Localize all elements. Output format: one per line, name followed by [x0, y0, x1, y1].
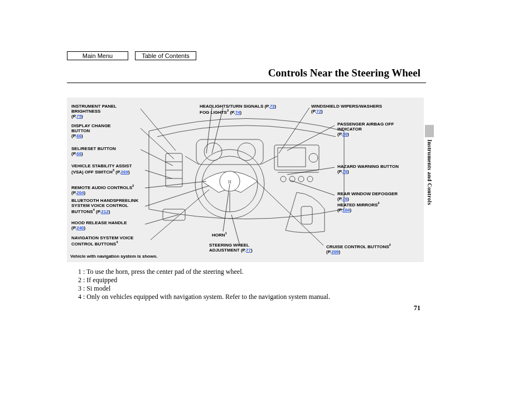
page-link[interactable]: 104 — [342, 207, 350, 213]
callout-instrument-panel-brightness: INSTRUMENT PANELBRIGHTNESS (P.75) — [71, 104, 117, 119]
callout-hood-release: HOOD RELEASE HANDLE (P.240) — [71, 220, 127, 230]
page-link[interactable]: 77 — [246, 248, 251, 253]
callout-sel-reset: SEL/RESET BUTTON (P.66) — [71, 146, 116, 156]
svg-line-25 — [141, 149, 173, 166]
page-link[interactable]: 76 — [342, 169, 347, 174]
footnote-4: 4 : Only on vehicles equipped with navig… — [78, 293, 330, 301]
callout-nav-voice: NAVIGATION SYSTEM VOICECONTROL BUTTONS4 — [71, 235, 133, 247]
svg-line-33 — [223, 184, 230, 231]
label: HEADLIGHTS/TURN SIGNALS — [200, 104, 263, 109]
svg-line-35 — [279, 108, 309, 153]
section-label: Instruments and Controls — [427, 139, 433, 205]
label: HAZARD WARNING BUTTON — [337, 164, 399, 169]
label: SEL/RESET BUTTON — [71, 146, 116, 151]
page-link[interactable]: 72 — [316, 109, 321, 114]
footnotes: 1 : To use the horn, press the center pa… — [78, 268, 330, 301]
page-title: Controls Near the Steering Wheel — [268, 67, 420, 79]
svg-line-38 — [290, 180, 335, 195]
page-link[interactable]: 269 — [121, 170, 128, 175]
label: STEERING WHEELADJUSTMENT — [209, 243, 249, 253]
svg-line-37 — [287, 167, 335, 175]
callout-steering-adjust: STEERING WHEELADJUSTMENT (P.77) — [209, 243, 253, 253]
callout-cruise: CRUISE CONTROL BUTTONS2 (P.209) — [326, 243, 391, 254]
diagram-caption: Vehicle with navigation system is shown. — [70, 254, 410, 259]
svg-line-36 — [287, 125, 335, 151]
callout-hazard: HAZARD WARNING BUTTON (P.76) — [337, 164, 399, 174]
svg-line-39 — [257, 181, 323, 245]
diagram-panel: H I — [67, 98, 424, 262]
svg-line-27 — [145, 181, 206, 188]
top-nav: Main Menu Table of Contents — [67, 51, 196, 60]
label: REAR WINDOW DEFOGGER — [337, 191, 398, 196]
page-number: 71 — [414, 304, 420, 312]
svg-line-28 — [145, 186, 209, 206]
label: DISPLAY CHANGEBUTTON — [71, 123, 111, 133]
label: REMOTE AUDIO CONTROLS — [71, 185, 132, 190]
footnote-2: 2 : If equipped — [78, 276, 330, 284]
page-link[interactable]: 212 — [101, 209, 108, 214]
callout-remote-audio: REMOTE AUDIO CONTROLS2 (P.204) — [71, 184, 134, 195]
svg-line-29 — [145, 215, 178, 224]
callout-airbag-off: PASSENGER AIRBAG OFFINDICATOR (P.30) — [337, 122, 394, 137]
svg-line-30 — [151, 190, 209, 240]
main-menu-button[interactable]: Main Menu — [67, 51, 128, 60]
label: HEATED MIRRORS — [337, 202, 378, 207]
page-link[interactable]: 204 — [76, 190, 84, 195]
label: CRUISE CONTROL BUTTONS — [326, 244, 389, 249]
section-tab — [425, 125, 434, 137]
label: HORN — [212, 233, 225, 238]
page-link[interactable]: 66 — [76, 151, 81, 156]
label: HOOD RELEASE HANDLE — [71, 220, 127, 225]
toc-button[interactable]: Table of Contents — [135, 51, 196, 60]
callout-wipers: WINDSHIELD WIPERS/WASHERS (P.72) — [311, 104, 382, 114]
callout-display-change: DISPLAY CHANGEBUTTON (P.66) — [71, 123, 111, 139]
callout-bluetooth: BLUETOOTH HANDSFREELINKSYSTEM VOICE CONT… — [71, 198, 138, 214]
label: INSTRUMENT PANELBRIGHTNESS — [71, 104, 117, 114]
page-link[interactable]: 76 — [342, 196, 347, 201]
callout-headlights: HEADLIGHTS/TURN SIGNALS (P.73) FOG LIGHT… — [200, 104, 276, 115]
footnote-3: 3 : Si model — [78, 284, 330, 293]
page-link[interactable]: 240 — [76, 225, 84, 230]
callout-defogger: REAR WINDOW DEFOGGER (P.76) HEATED MIRRO… — [337, 191, 398, 213]
svg-line-26 — [145, 170, 172, 178]
page-link[interactable]: 30 — [342, 132, 347, 137]
page-link[interactable]: 74 — [235, 110, 240, 115]
page-link[interactable]: 75 — [76, 114, 81, 119]
title-rule — [67, 83, 426, 83]
callout-vsa: VEHICLE STABILITY ASSIST(VSA) OFF SWITCH… — [71, 163, 132, 175]
svg-line-34 — [231, 215, 240, 245]
svg-line-24 — [141, 128, 174, 159]
footnote-1: 1 : To use the horn, press the center pa… — [78, 268, 330, 276]
page-link[interactable]: 66 — [76, 133, 81, 138]
label: NAVIGATION SYSTEM VOICECONTROL BUTTONS — [71, 235, 133, 247]
label: FOG LIGHTS — [200, 110, 227, 115]
callout-horn: HORN1 — [212, 231, 227, 238]
label: WINDSHIELD WIPERS/WASHERS — [311, 104, 382, 109]
label: PASSENGER AIRBAG OFFINDICATOR — [337, 122, 394, 132]
page-link[interactable]: 73 — [270, 104, 275, 109]
